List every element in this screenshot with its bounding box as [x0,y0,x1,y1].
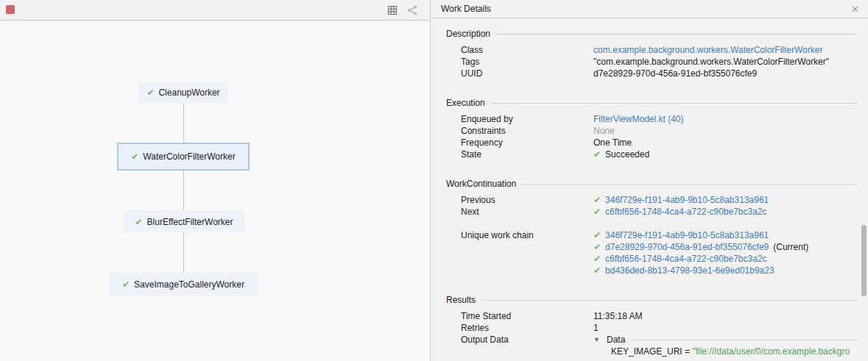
worker-node-label: CleanupWorker [158,87,219,98]
graph-view-icon[interactable] [406,5,418,15]
section-workcontinuation: WorkContinuation Previous ✔346f729e-f191… [431,179,868,276]
row-unique-work-chain: Unique work chain ✔346f729e-f191-4ab9-9b… [431,229,868,276]
section-rule [631,340,858,340]
row-tags: Tags "com.example.background.workers.Wat… [431,56,868,68]
row-label: Unique work chain [461,229,593,276]
row-constraints: Constraints None [431,125,868,137]
worker-node-saveimage[interactable]: ✔ SaveImageToGalleryWorker [109,273,258,296]
vertical-scrollbar-thumb[interactable] [861,225,867,296]
constraints-value: None [593,125,858,137]
inspector-toolbar [0,0,430,21]
work-details-header: Work Details ✕ [431,0,868,18]
success-check-icon: ✔ [593,265,601,276]
work-chain-item: ✔d7e28929-970d-456a-91ed-bf355076cfe9(Cu… [593,241,858,253]
work-details-panel: Work Details ✕ Description Class com.exa… [431,0,868,361]
section-heading: WorkContinuation [446,179,858,189]
row-previous: Previous ✔346f729e-f191-4ab9-9b10-5c8ab3… [431,194,868,206]
row-label: Next [461,206,593,218]
section-results: Results Time Started 11:35:18 AM Retries… [431,295,868,357]
work-chain-link[interactable]: 346f729e-f191-4ab9-9b10-5c8ab313a961 [605,230,769,240]
work-chain-item: ✔bd436ded-8b13-4798-93e1-6e9ed01b9a23 [593,265,858,276]
data-subheading: ▼Data [593,334,858,346]
time-started-value: 11:35:18 AM [593,310,858,322]
row-label: Retries [461,322,593,334]
worker-node-label: WaterColorFilterWorker [143,151,235,162]
collapse-triangle-icon[interactable]: ▼ [593,334,607,346]
section-title: Execution [446,98,485,108]
success-check-icon: ✔ [131,151,138,162]
output-key: KEY_IMAGE_URI [611,346,682,357]
stop-inspection-icon[interactable] [6,5,15,14]
section-rule [481,300,858,301]
worker-node-blureffect[interactable]: ✔ BlurEffectFilterWorker [124,210,244,233]
work-chain-list: ✔346f729e-f191-4ab9-9b10-5c8ab313a961 ✔d… [593,229,858,276]
row-label: Frequency [461,137,593,149]
output-key-value: KEY_IMAGE_URI = "file:///data/user/0/com… [593,346,858,357]
panel-title: Work Details [441,4,850,14]
success-check-icon: ✔ [593,230,601,240]
spacer [431,218,868,229]
row-output-data: Output Data ▼Data KEY_IMAGE_URI = "file:… [431,334,868,357]
success-check-icon: ✔ [593,207,601,217]
next-work-link[interactable]: c6fbf656-1748-4ca4-a722-c90be7bc3a2c [605,207,767,217]
graph-panel: ✔ CleanupWorker ✔ WaterColorFilterWorker… [0,0,431,361]
row-uuid: UUID d7e28929-970d-456a-91ed-bf355076cfe… [431,68,868,79]
row-label: UUID [461,68,593,79]
section-title: Description [446,29,490,39]
section-rule [522,184,858,185]
work-chain-link-current[interactable]: d7e28929-970d-456a-91ed-bf355076cfe9 [605,242,769,252]
section-rule [491,103,858,104]
state-value: ✔Succeeded [593,149,858,160]
frequency-value: One Time [593,137,858,149]
output-data-block: ▼Data KEY_IMAGE_URI = "file:///data/user… [593,334,858,357]
row-next: Next ✔c6fbf656-1748-4ca4-a722-c90be7bc3a… [431,206,868,218]
previous-work-link[interactable]: 346f729e-f191-4ab9-9b10-5c8ab313a961 [605,195,769,205]
row-state: State ✔Succeeded [431,149,868,160]
success-check-icon: ✔ [135,217,143,227]
output-value-string: "file:///data/user/0/com.example.backgro [692,346,850,357]
section-heading: Execution [446,98,858,108]
section-execution: Execution Enqueued by FilterViewModel.kt… [431,98,868,160]
success-check-icon: ✔ [593,242,601,252]
work-chain-link[interactable]: bd436ded-8b13-4798-93e1-6e9ed01b9a23 [605,265,775,276]
success-check-icon: ✔ [593,195,601,205]
row-label: Output Data [461,334,593,357]
row-label: Previous [461,194,593,206]
section-rule [496,34,858,35]
section-title: WorkContinuation [446,179,516,189]
row-frequency: Frequency One Time [431,137,868,149]
data-title: Data [607,334,625,346]
section-heading: Results [446,295,858,305]
class-link[interactable]: com.example.background.workers.WaterColo… [593,45,822,55]
work-chain-link[interactable]: c6fbf656-1748-4ca4-a722-c90be7bc3a2c [605,254,767,264]
success-check-icon: ✔ [122,279,130,290]
success-check-icon: ✔ [593,254,601,264]
row-label: Time Started [461,310,593,322]
section-description: Description Class com.example.background… [431,29,868,79]
close-icon[interactable]: ✕ [850,4,861,15]
worker-node-cleanup[interactable]: ✔ CleanupWorker [138,82,228,103]
row-label: Enqueued by [461,113,593,125]
tags-value: "com.example.background.workers.WaterCol… [593,56,858,68]
work-details-content: Description Class com.example.background… [431,18,868,360]
row-label: State [461,149,593,160]
success-check-icon: ✔ [147,87,154,98]
section-heading: Description [446,29,858,39]
enqueued-by-link[interactable]: FilterViewModel.kt (40) [593,114,683,124]
worker-node-watercolor-selected[interactable]: ✔ WaterColorFilterWorker [117,143,250,171]
work-graph: ✔ CleanupWorker ✔ WaterColorFilterWorker… [0,21,429,361]
state-text: Succeeded [605,149,649,160]
worker-node-label: SaveImageToGalleryWorker [134,279,244,290]
table-view-icon[interactable] [387,5,398,15]
row-retries: Retries 1 [431,322,868,334]
success-check-icon: ✔ [593,149,601,160]
work-chain-item: ✔c6fbf656-1748-4ca4-a722-c90be7bc3a2c [593,253,858,265]
work-chain-item: ✔346f729e-f191-4ab9-9b10-5c8ab313a961 [593,229,858,241]
background-task-inspector: { "icons": { "check": "✔", "close": "✕",… [0,0,868,361]
equals-sign: = [685,346,690,357]
row-label: Tags [461,56,593,68]
retries-value: 1 [593,322,858,334]
worker-node-label: BlurEffectFilterWorker [147,217,233,227]
graph-connector-line [183,92,184,285]
row-label: Class [461,44,593,56]
